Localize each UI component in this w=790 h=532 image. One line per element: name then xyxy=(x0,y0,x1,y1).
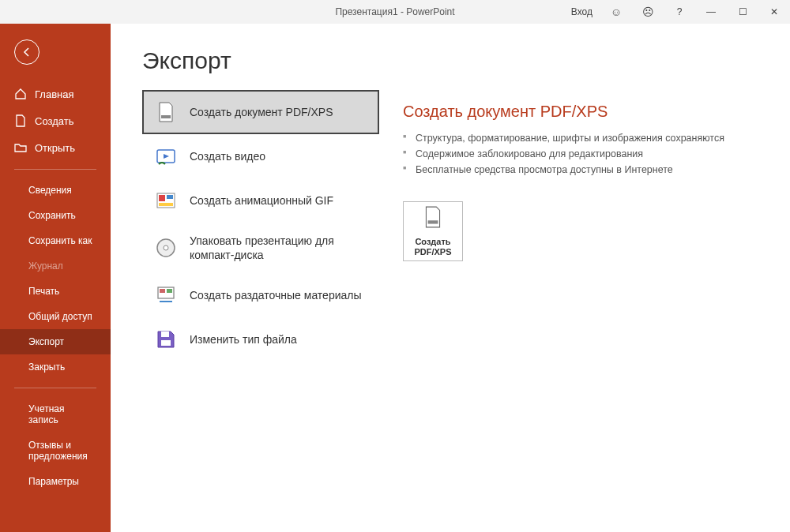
svg-rect-11 xyxy=(161,332,169,337)
export-option-cd[interactable]: Упаковать презентацию для компакт-диска xyxy=(142,223,379,273)
login-link[interactable]: Вход xyxy=(563,6,600,17)
page-title: Экспорт xyxy=(142,47,379,74)
video-icon xyxy=(155,145,177,167)
nav-home-label: Главная xyxy=(35,88,73,100)
export-handouts-label: Создать раздаточные материалы xyxy=(190,288,362,302)
nav-create-label: Создать xyxy=(35,115,73,127)
nav-create[interactable]: Создать xyxy=(0,107,111,134)
export-filetype-label: Изменить тип файла xyxy=(190,332,297,347)
nav-account[interactable]: Учетная запись xyxy=(0,396,111,433)
cd-icon xyxy=(155,237,177,259)
svg-rect-0 xyxy=(161,115,171,118)
detail-bullet: Содержимое заблокировано для редактирова… xyxy=(403,146,758,162)
create-pdf-label: Создать PDF/XPS xyxy=(404,237,462,257)
export-option-filetype[interactable]: Изменить тип файла xyxy=(142,317,379,362)
help-button[interactable]: ? xyxy=(664,0,695,24)
export-option-video[interactable]: Создать видео xyxy=(142,134,379,178)
new-file-icon xyxy=(14,114,27,127)
export-detail-pane: Создать документ PDF/XPS Структура, форм… xyxy=(379,47,758,532)
export-video-label: Создать видео xyxy=(190,149,265,163)
svg-rect-3 xyxy=(159,195,165,201)
nav-options[interactable]: Параметры xyxy=(0,469,111,494)
export-options-list: Создать документ PDF/XPS Создать видео С… xyxy=(142,90,379,362)
sad-face-icon[interactable]: ☹ xyxy=(632,0,664,24)
folder-open-icon xyxy=(14,141,27,154)
titlebar-controls: Вход ☺ ☹ ? — ☐ ✕ xyxy=(563,0,790,24)
detail-bullet: Структура, форматирование, шрифты и изоб… xyxy=(403,130,758,146)
pdf-file-icon xyxy=(155,101,177,123)
gif-icon xyxy=(155,189,177,212)
svg-rect-13 xyxy=(428,220,438,223)
export-option-pdf[interactable]: Создать документ PDF/XPS xyxy=(142,90,379,134)
handouts-icon xyxy=(155,284,177,306)
nav-history: Журнал xyxy=(0,253,111,279)
export-option-handouts[interactable]: Создать раздаточные материалы xyxy=(142,273,379,317)
export-option-gif[interactable]: Создать анимационный GIF xyxy=(142,178,379,223)
backstage-sidebar: Главная Создать Открыть Сведения Сохрани… xyxy=(0,24,111,532)
detail-bullet: Бесплатные средства просмотра доступны в… xyxy=(403,162,758,178)
arrow-left-icon xyxy=(21,47,32,58)
nav-info[interactable]: Сведения xyxy=(0,178,111,203)
nav-print[interactable]: Печать xyxy=(0,279,111,304)
nav-share[interactable]: Общий доступ xyxy=(0,304,111,329)
back-button[interactable] xyxy=(14,39,40,65)
svg-rect-12 xyxy=(161,340,171,346)
export-cd-label: Упаковать презентацию для компакт-диска xyxy=(190,234,367,262)
close-window-button[interactable]: ✕ xyxy=(758,0,790,24)
minimize-button[interactable]: — xyxy=(695,0,727,24)
nav-saveas[interactable]: Сохранить как xyxy=(0,228,111,253)
maximize-button[interactable]: ☐ xyxy=(727,0,758,24)
nav-feedback[interactable]: Отзывы и предложения xyxy=(0,433,111,469)
save-as-icon xyxy=(155,328,177,350)
detail-title: Создать документ PDF/XPS xyxy=(403,103,758,121)
home-icon xyxy=(14,88,27,100)
nav-open-label: Открыть xyxy=(35,142,75,154)
export-pdf-label: Создать документ PDF/XPS xyxy=(190,105,333,119)
nav-separator xyxy=(14,388,96,388)
nav-export[interactable]: Экспорт xyxy=(0,329,111,354)
content-area: Экспорт Создать документ PDF/XPS Создать… xyxy=(111,24,790,532)
nav-open[interactable]: Открыть xyxy=(0,134,111,161)
happy-face-icon[interactable]: ☺ xyxy=(600,0,632,24)
export-gif-label: Создать анимационный GIF xyxy=(190,193,333,208)
nav-separator xyxy=(14,169,96,170)
detail-bullets: Структура, форматирование, шрифты и изоб… xyxy=(403,130,758,178)
create-pdf-button[interactable]: Создать PDF/XPS xyxy=(403,201,463,261)
svg-rect-10 xyxy=(167,289,172,293)
svg-rect-4 xyxy=(167,195,173,199)
nav-home[interactable]: Главная xyxy=(0,81,111,107)
svg-rect-5 xyxy=(159,203,173,206)
titlebar: Презентация1 - PowerPoint Вход ☺ ☹ ? — ☐… xyxy=(0,0,790,24)
export-left-column: Экспорт Создать документ PDF/XPS Создать… xyxy=(142,47,379,532)
main-area: Главная Создать Открыть Сведения Сохрани… xyxy=(0,24,790,532)
pdf-file-icon xyxy=(421,205,445,232)
window-title: Презентация1 - PowerPoint xyxy=(335,6,454,17)
nav-close[interactable]: Закрыть xyxy=(0,354,111,380)
nav-save[interactable]: Сохранить xyxy=(0,203,111,228)
svg-point-7 xyxy=(164,245,168,250)
svg-rect-9 xyxy=(160,289,165,293)
